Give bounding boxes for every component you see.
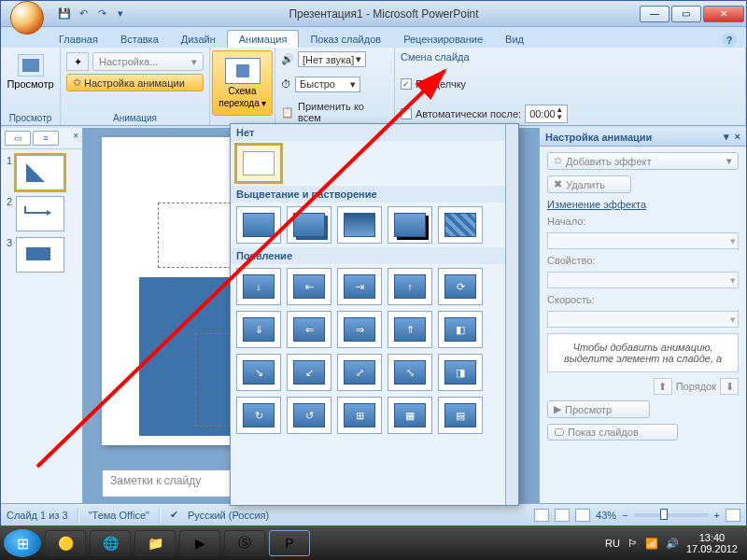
transition-scheme-button[interactable]: Схема перехода▾ xyxy=(212,50,273,116)
transition-sound-combo[interactable]: [Нет звука]▾ xyxy=(298,51,366,67)
tray-network-icon[interactable]: 📶 xyxy=(645,538,658,550)
tray-clock[interactable]: 13:4017.09.2012 xyxy=(686,532,738,554)
windows-taskbar: ⊞ 🟡 🌐 📁 ▶ Ⓢ P RU 🏳 📶 🔊 13:4017.09.2012 xyxy=(0,526,747,560)
slides-panel: ▭ ≡ × 1 2 3 xyxy=(1,128,83,503)
transition-item[interactable] xyxy=(438,206,483,244)
preview-button[interactable]: Просмотр xyxy=(0,49,60,94)
taskbar-explorer[interactable]: 📁 xyxy=(134,530,176,556)
taskbar-skype[interactable]: Ⓢ xyxy=(224,530,265,556)
sorter-view-button[interactable] xyxy=(555,509,570,522)
taskbar-chrome[interactable]: 🟡 xyxy=(45,530,86,556)
transition-item[interactable]: ↙ xyxy=(287,354,331,391)
change-slide-header: Смена слайда xyxy=(401,51,470,63)
apply-to-all-button[interactable]: 📋Применить ко всем xyxy=(281,101,388,123)
office-button[interactable] xyxy=(10,1,44,35)
transition-item[interactable]: ◧ xyxy=(438,311,483,348)
start-combo[interactable]: ▾ xyxy=(547,232,739,249)
outline-tab[interactable]: ≡ xyxy=(33,131,59,146)
save-icon[interactable]: 💾 xyxy=(57,7,72,21)
auto-after-checkbox[interactable] xyxy=(401,108,412,119)
minimize-button[interactable]: — xyxy=(640,6,669,22)
slide-thumb-2[interactable]: 2 xyxy=(7,196,77,231)
transition-item[interactable]: ⇑ xyxy=(388,311,432,348)
tab-animation[interactable]: Анимация xyxy=(227,30,300,48)
transition-item[interactable] xyxy=(287,206,331,244)
transition-item[interactable]: ⇒ xyxy=(337,311,382,348)
transition-item[interactable]: ⤢ xyxy=(337,354,382,391)
anim-preview-button[interactable]: ▶Просмотр xyxy=(547,400,650,418)
zoom-in-button[interactable]: + xyxy=(714,510,720,521)
language-status[interactable]: Русский (Россия) xyxy=(188,510,269,521)
anim-pane-dropdown-icon[interactable]: ▾ xyxy=(724,131,729,143)
gallery-header-none: Нет xyxy=(231,124,505,141)
custom-animation-button[interactable]: ✩ Настройка анимации xyxy=(66,74,204,91)
fit-to-window-button[interactable] xyxy=(726,509,740,522)
ribbon: Просмотр Просмотр ✦ Настройка...▾ ✩ Наст… xyxy=(1,48,746,126)
transition-speed-combo[interactable]: Быстро▾ xyxy=(295,77,360,92)
transition-item[interactable]: ⇐ xyxy=(287,311,331,348)
order-label: Порядок xyxy=(676,381,716,392)
speed-combo[interactable]: ▾ xyxy=(547,311,739,328)
normal-view-button[interactable] xyxy=(534,509,549,522)
transition-item[interactable]: ⇥ xyxy=(337,268,382,305)
gallery-scrollbar[interactable] xyxy=(505,124,518,505)
slide-thumb-3[interactable]: 3 xyxy=(7,237,77,273)
taskbar-powerpoint[interactable]: P xyxy=(269,530,310,556)
qat-dropdown-icon[interactable]: ▾ xyxy=(113,7,128,21)
tab-view[interactable]: Вид xyxy=(494,31,535,48)
transition-item[interactable]: ⟳ xyxy=(438,268,483,305)
transition-item[interactable]: ↻ xyxy=(236,397,281,434)
start-button[interactable]: ⊞ xyxy=(4,529,41,557)
transition-item[interactable]: ▦ xyxy=(388,397,432,434)
close-button[interactable]: ✕ xyxy=(703,6,744,22)
tab-slideshow[interactable]: Показ слайдов xyxy=(299,31,392,48)
maximize-button[interactable]: ▭ xyxy=(671,6,701,22)
zoom-slider[interactable] xyxy=(634,513,709,517)
transition-item[interactable]: ↘ xyxy=(236,354,281,391)
transition-item[interactable]: ◨ xyxy=(438,354,483,391)
transition-none[interactable] xyxy=(236,145,281,182)
auto-after-time[interactable]: 00:00▲▼ xyxy=(525,105,568,123)
tray-lang[interactable]: RU xyxy=(605,538,620,549)
transition-item[interactable]: ↑ xyxy=(388,268,432,305)
animate-icon[interactable]: ✦ xyxy=(66,52,89,71)
remove-effect-button[interactable]: ✖Удалить xyxy=(547,175,631,193)
transition-item[interactable]: ⇓ xyxy=(236,311,281,348)
transition-item[interactable]: ⇤ xyxy=(287,268,331,305)
zoom-out-button[interactable]: − xyxy=(622,510,627,521)
anim-pane-close-icon[interactable]: × xyxy=(735,131,740,143)
transition-item[interactable]: ▤ xyxy=(438,397,483,434)
zoom-percent[interactable]: 43% xyxy=(596,510,616,521)
spellcheck-icon[interactable]: ✔ xyxy=(170,509,178,521)
anim-slideshow-button[interactable]: 🖵Показ слайдов xyxy=(547,424,678,441)
tab-design[interactable]: Дизайн xyxy=(170,31,227,48)
close-panel-icon[interactable]: × xyxy=(73,131,78,146)
transition-item[interactable]: ⊞ xyxy=(337,397,382,434)
tab-review[interactable]: Рецензирование xyxy=(392,31,494,48)
tab-home[interactable]: Главная xyxy=(48,31,109,48)
tray-volume-icon[interactable]: 🔊 xyxy=(666,538,679,550)
transition-item[interactable] xyxy=(388,206,432,244)
undo-icon[interactable]: ↶ xyxy=(76,7,91,21)
transition-item[interactable]: ↺ xyxy=(287,397,331,434)
taskbar-media[interactable]: ▶ xyxy=(179,530,220,556)
redo-icon[interactable]: ↷ xyxy=(94,7,109,21)
slides-tab[interactable]: ▭ xyxy=(5,131,31,146)
transition-item[interactable]: ⤡ xyxy=(388,354,432,391)
tab-insert[interactable]: Вставка xyxy=(109,31,170,48)
transition-item[interactable] xyxy=(236,206,281,244)
order-down-button[interactable]: ⬇ xyxy=(720,378,739,395)
tray-flag-icon[interactable]: 🏳 xyxy=(627,538,638,549)
transition-item[interactable]: ↓ xyxy=(236,268,281,305)
star-icon: ✩ xyxy=(73,77,81,89)
taskbar-ie[interactable]: 🌐 xyxy=(90,530,131,556)
animate-dropdown[interactable]: Настройка...▾ xyxy=(92,52,204,71)
property-combo[interactable]: ▾ xyxy=(547,272,739,288)
slideshow-view-button[interactable] xyxy=(575,509,590,522)
on-click-checkbox[interactable]: ✓ xyxy=(401,78,412,90)
order-up-button[interactable]: ⬆ xyxy=(654,378,672,395)
help-icon[interactable]: ? xyxy=(722,33,737,48)
add-effect-button[interactable]: ✩Добавить эффект▾ xyxy=(547,152,739,170)
transition-item[interactable] xyxy=(337,206,382,244)
slide-thumb-1[interactable]: 1 xyxy=(7,155,77,190)
